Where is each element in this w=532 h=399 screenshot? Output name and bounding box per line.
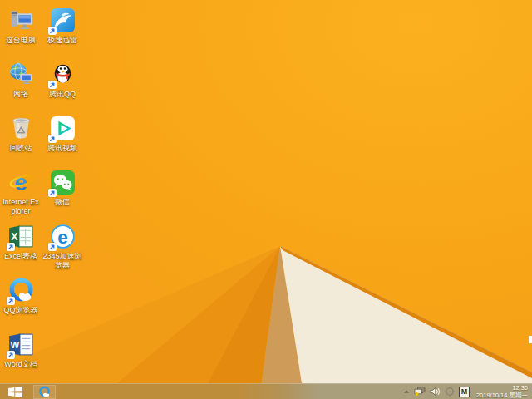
ime-label: M [461, 387, 468, 397]
windows-logo-icon [8, 386, 22, 397]
start-button[interactable] [0, 384, 30, 399]
system-tray: M 12:30 2019/10/14 星期一 [403, 384, 532, 399]
icon-label: 极速迅雷 [47, 36, 77, 45]
icon-label: 这台电脑 [6, 36, 36, 45]
desktop-icon-excel[interactable]: X Excel表格 [1, 223, 41, 261]
svg-text:e: e [14, 170, 27, 195]
clock-time: 12:30 [476, 384, 528, 392]
desktop-icon-word[interactable]: W Word文档 [1, 331, 41, 369]
desktop-icon-tencent-video[interactable]: 腾讯视频 [42, 115, 82, 153]
shortcut-arrow-icon [7, 351, 15, 359]
shortcut-arrow-icon [48, 135, 57, 143]
icon-label: 回收站 [10, 144, 32, 153]
icon-label: 网络 [13, 90, 28, 99]
svg-text:W: W [10, 340, 19, 350]
desktop: 这台电脑 极速迅雷 [0, 0, 532, 399]
screen-edge-artifact [529, 336, 532, 343]
network-icon [7, 61, 35, 88]
word-icon: W [7, 331, 35, 358]
svg-text:X: X [11, 231, 18, 243]
taskbar-clock[interactable]: 12:30 2019/10/14 星期一 [476, 384, 528, 399]
icon-label: Internet Explorer [1, 198, 41, 216]
taskbar-qq-browser-button[interactable] [33, 385, 56, 399]
shortcut-arrow-icon [48, 189, 57, 197]
network-status-icon[interactable] [414, 387, 426, 397]
desktop-icon-network[interactable]: 网络 [1, 61, 41, 99]
xunlei-icon [49, 7, 76, 34]
volume-icon[interactable] [430, 387, 441, 397]
desktop-icon-qq-browser[interactable]: QQ浏览器 [1, 277, 41, 315]
qq-browser-icon [7, 277, 35, 304]
icon-label: Excel表格 [4, 252, 37, 261]
desktop-icon-recycle-bin[interactable]: 回收站 [1, 115, 41, 153]
shortcut-arrow-icon [48, 243, 57, 251]
show-hidden-icons-chevron[interactable] [403, 388, 410, 395]
icon-label: 腾讯视频 [47, 144, 77, 153]
desktop-icon-this-pc[interactable]: 这台电脑 [1, 7, 41, 45]
taskbar: M 12:30 2019/10/14 星期一 [0, 383, 532, 399]
desktop-icon-internet-explorer[interactable]: e Internet Explorer [1, 169, 41, 216]
icon-label: 腾讯QQ [49, 90, 76, 99]
internet-explorer-icon: e [7, 169, 35, 196]
input-method-indicator[interactable]: M [459, 387, 470, 397]
recycle-bin-icon [7, 115, 35, 142]
svg-text:e: e [57, 226, 68, 248]
security-app-icon[interactable] [445, 387, 455, 397]
shortcut-arrow-icon [48, 81, 57, 89]
icon-label: 2345加速浏览器 [42, 252, 82, 270]
shortcut-arrow-icon [7, 243, 15, 251]
excel-icon: X [7, 223, 35, 250]
qq-browser-icon [38, 386, 51, 398]
browser-2345-icon: e [49, 223, 76, 250]
shortcut-arrow-icon [48, 27, 57, 35]
desktop-icon-browser-2345[interactable]: e 2345加速浏览器 [42, 223, 82, 270]
icon-label: QQ浏览器 [3, 306, 37, 315]
this-pc-icon [7, 7, 35, 34]
tencent-qq-icon [49, 61, 76, 88]
tencent-video-icon [49, 115, 76, 142]
clock-date: 2019/10/14 星期一 [476, 392, 528, 399]
desktop-icon-xunlei[interactable]: 极速迅雷 [42, 7, 82, 45]
desktop-icon-tencent-qq[interactable]: 腾讯QQ [42, 61, 82, 99]
desktop-icon-wechat[interactable]: 微信 [42, 169, 82, 207]
icon-label: Word文档 [4, 360, 37, 369]
wechat-icon [49, 169, 76, 196]
icon-label: 微信 [55, 198, 70, 207]
shortcut-arrow-icon [7, 297, 15, 305]
